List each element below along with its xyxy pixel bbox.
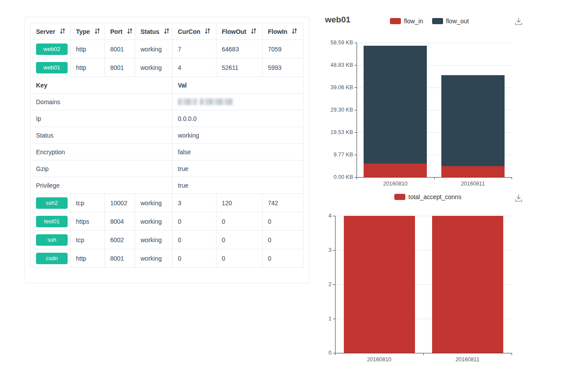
download-icon[interactable] xyxy=(514,193,523,203)
column-header-label: FlowIn xyxy=(268,28,287,35)
x-axis-tick xyxy=(357,177,357,179)
column-header-label: Server xyxy=(36,28,55,35)
y-axis-label: 0.00 KB xyxy=(321,174,353,180)
y-axis-label: 2 xyxy=(300,281,332,287)
cell-flowin: 0 xyxy=(263,249,303,268)
cell-flowout: 52611 xyxy=(216,58,263,77)
server-button-csdn[interactable]: csdn xyxy=(36,253,68,264)
column-header-status[interactable]: Status xyxy=(135,23,173,40)
cell-status: working xyxy=(135,58,173,77)
table-row: ssh2tcp10002working3120742 xyxy=(31,194,303,212)
cell-port: 6002 xyxy=(105,231,135,249)
chart-title: web01 xyxy=(325,15,350,25)
server-button-web01[interactable]: web01 xyxy=(36,62,68,73)
legend-label: total_accept_conns xyxy=(408,193,462,200)
sort-icon[interactable] xyxy=(59,28,66,36)
cell-curcon: 0 xyxy=(173,231,216,249)
y-axis-label: 1 xyxy=(300,316,332,322)
column-header-server[interactable]: Server xyxy=(31,23,71,40)
bar-flow_out-20160810 xyxy=(364,46,427,164)
flow-chart-legend: flow_in flow_out xyxy=(390,18,469,25)
cell-port: 8004 xyxy=(105,212,135,231)
x-axis-tick xyxy=(434,177,435,179)
kv-key: Status xyxy=(31,127,173,144)
kv-row: Encryptionfalse xyxy=(31,144,303,160)
cell-status: working xyxy=(135,40,173,58)
cell-flowout: 120 xyxy=(216,194,263,212)
x-axis-tick xyxy=(423,353,424,355)
x-axis-label: 20160811 xyxy=(447,181,499,187)
flow-out-swatch xyxy=(432,18,443,24)
column-header-flowin[interactable]: FlowIn xyxy=(263,23,303,40)
cell-flowin: 5993 xyxy=(263,58,303,77)
cell-flowin: 7059 xyxy=(263,40,303,58)
sort-icon[interactable] xyxy=(204,28,211,36)
kv-key: Privilege xyxy=(31,177,173,194)
kv-val xyxy=(173,94,303,110)
column-header-port[interactable]: Port xyxy=(105,23,135,40)
kv-header-row: KeyVal xyxy=(31,77,303,94)
cell-flowin: 0 xyxy=(263,231,303,249)
kv-key: Ip xyxy=(31,110,173,127)
server-button-test01[interactable]: test01 xyxy=(36,216,68,227)
cell-curcon: 4 xyxy=(173,58,216,77)
sort-icon[interactable] xyxy=(126,28,133,36)
y-axis-label: 19.53 KB xyxy=(321,129,353,135)
y-axis-label: 3 xyxy=(300,247,332,253)
sort-icon[interactable] xyxy=(250,28,257,36)
download-icon[interactable] xyxy=(514,17,523,26)
x-axis-tick xyxy=(512,177,512,179)
y-axis-label: 48.83 KB xyxy=(321,62,353,68)
server-button-web02[interactable]: web02 xyxy=(36,44,68,55)
kv-row: Privilegetrue xyxy=(31,177,303,194)
table-row: csdnhttp8001working000 xyxy=(31,249,303,268)
column-header-curcon[interactable]: CurCon xyxy=(173,23,216,40)
kv-key: Gzip xyxy=(31,160,173,177)
x-axis-tick xyxy=(512,353,512,355)
bar-flow_in-20160811 xyxy=(441,166,505,177)
y-axis-line xyxy=(357,43,357,178)
server-button-ssh2[interactable]: ssh2 xyxy=(36,197,68,209)
kv-val: true xyxy=(173,160,303,177)
table-row: web02http8001working7646837059 xyxy=(31,40,303,58)
cell-type: https xyxy=(71,212,105,231)
y-axis-line xyxy=(335,216,335,353)
y-axis-label: 29.30 KB xyxy=(321,107,353,113)
sort-icon[interactable] xyxy=(94,28,101,36)
column-header-label: Type xyxy=(76,28,90,35)
flow-in-swatch xyxy=(390,18,401,24)
cell-port: 8001 xyxy=(105,58,135,77)
y-axis-label: 4 xyxy=(300,213,332,219)
server-button-ssh[interactable]: ssh xyxy=(36,234,68,246)
chart-flow-panel: web01 flow_in flow_out 58.59 KB48.83 KB3… xyxy=(316,9,527,190)
cell-curcon: 3 xyxy=(173,194,216,212)
column-header-flowout[interactable]: FlowOut xyxy=(216,23,263,40)
total-accept-conns-swatch xyxy=(394,194,405,200)
column-header-type[interactable]: Type xyxy=(71,23,105,40)
kv-val-header: Val xyxy=(173,77,303,94)
kv-val: true xyxy=(173,177,303,194)
legend-item-total-accept-conns[interactable]: total_accept_conns xyxy=(394,193,462,200)
legend-item-flow-in[interactable]: flow_in xyxy=(390,18,423,25)
cell-curcon: 0 xyxy=(173,212,216,231)
cell-port: 8001 xyxy=(105,40,135,58)
column-header-label: FlowOut xyxy=(222,28,246,35)
cell-status: working xyxy=(135,212,173,231)
cell-flowout: 0 xyxy=(216,212,263,231)
cell-type: tcp xyxy=(71,194,105,212)
sort-icon[interactable] xyxy=(291,28,298,36)
server-cell: csdn xyxy=(31,249,71,268)
cell-type: http xyxy=(71,249,105,268)
kv-row: Domains xyxy=(31,94,303,110)
bar-flow_out-20160811 xyxy=(441,75,505,166)
cell-flowout: 64683 xyxy=(216,40,263,58)
kv-row: Statusworking xyxy=(31,127,303,144)
sort-icon[interactable] xyxy=(163,28,170,36)
server-cell: web01 xyxy=(31,58,71,77)
table-row: sshtcp6002working000 xyxy=(31,231,303,249)
cell-curcon: 7 xyxy=(173,40,216,58)
conns-chart-legend: total_accept_conns xyxy=(394,193,462,200)
legend-item-flow-out[interactable]: flow_out xyxy=(432,18,469,25)
x-axis-tick xyxy=(335,353,335,355)
table-header-row: ServerTypePortStatusCurConFlowOutFlowIn xyxy=(31,23,303,40)
